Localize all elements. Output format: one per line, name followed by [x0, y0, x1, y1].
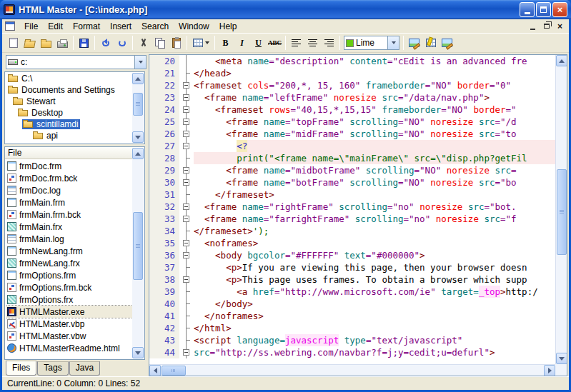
fold-margin[interactable] — [179, 213, 194, 225]
redo-button[interactable] — [114, 35, 130, 51]
fold-margin[interactable] — [179, 164, 194, 176]
code-text[interactable]: </frameset> — [194, 189, 555, 201]
code-text[interactable]: <frame name="rightFrame" scrolling="no" … — [194, 201, 555, 213]
code-text[interactable]: <script language=javascript type="text/j… — [194, 334, 555, 346]
file-list-item[interactable]: frmMain.log — [6, 233, 132, 245]
scroll-up-button[interactable] — [132, 73, 144, 84]
file-list-item[interactable]: frmMain.frx — [6, 221, 132, 233]
scrollbar-thumb[interactable] — [133, 93, 143, 116]
maximize-button[interactable] — [536, 2, 551, 17]
editor-vertical-scrollbar[interactable] — [555, 55, 567, 364]
code-text[interactable]: <frame name="botFrame" scrolling="NO" no… — [194, 176, 555, 189]
tree-item[interactable]: scintillamdi — [6, 119, 132, 130]
scroll-up-button[interactable] — [132, 148, 144, 159]
italic-button[interactable]: I — [234, 35, 250, 51]
fold-collapse-icon[interactable] — [183, 167, 189, 174]
fold-margin[interactable] — [179, 152, 194, 164]
code-line[interactable]: 33<frame name="farrightFrame" scrolling=… — [149, 213, 555, 225]
fold-margin[interactable] — [179, 298, 194, 310]
scroll-left-button[interactable] — [149, 365, 161, 376]
fold-margin[interactable] — [179, 189, 194, 201]
minimize-button[interactable] — [520, 2, 535, 17]
tree-item[interactable]: Stewart — [6, 96, 132, 107]
save-button[interactable] — [76, 35, 92, 51]
code-text[interactable]: <frameset cols="200,*, 15, 160" framebor… — [194, 79, 555, 91]
fold-margin[interactable] — [179, 261, 194, 273]
fold-margin[interactable] — [179, 104, 194, 116]
folder-button[interactable] — [38, 35, 54, 51]
menu-edit[interactable]: Edit — [43, 20, 68, 33]
code-text[interactable]: <p>This page uses frames. To obtain a br… — [194, 273, 555, 286]
fold-collapse-icon[interactable] — [183, 82, 189, 89]
fold-margin[interactable] — [179, 201, 194, 213]
underline-button[interactable]: U — [250, 35, 267, 51]
tree-item[interactable]: Desktop — [6, 107, 132, 119]
code-text[interactable]: <frame name="leftFrame" noresize src="/d… — [194, 91, 555, 104]
undo-button[interactable] — [97, 35, 114, 51]
code-area[interactable]: 20<meta name="description" content="cEdi… — [149, 55, 567, 364]
code-line[interactable]: 40</body> — [149, 298, 555, 310]
code-text[interactable]: <frame name="midbotFrame" scrolling="NO"… — [194, 164, 555, 176]
fold-collapse-icon[interactable] — [183, 94, 189, 101]
file-list-item[interactable]: frmDoc.log — [6, 184, 132, 196]
paste-button[interactable] — [168, 35, 184, 51]
code-line[interactable]: 29<frame name="midbotFrame" scrolling="N… — [149, 164, 555, 176]
code-text[interactable]: <frame name="topFrame" scrolling="NO" no… — [194, 116, 555, 128]
tree-item[interactable]: C:\ — [6, 73, 132, 84]
copy-button[interactable] — [152, 35, 168, 51]
scroll-down-button[interactable] — [556, 353, 567, 364]
tab-tags[interactable]: Tags — [37, 361, 68, 376]
code-text[interactable]: </html> — [194, 322, 555, 334]
file-list-item[interactable]: HTMLMaster.exe — [6, 306, 132, 318]
fold-margin[interactable] — [179, 286, 194, 298]
fold-collapse-icon[interactable] — [183, 276, 189, 283]
fold-collapse-icon[interactable] — [183, 252, 189, 258]
code-line[interactable]: 34</frameset>'); — [149, 225, 555, 237]
code-text[interactable]: <a href="http://www.microsoft.com/ie" ta… — [194, 286, 555, 298]
color-selector[interactable]: Lime — [344, 36, 399, 50]
code-text[interactable]: <frameset rows="40,15,*,15,15" framebord… — [194, 104, 555, 116]
scroll-up-button[interactable] — [556, 55, 567, 66]
fold-collapse-icon[interactable] — [183, 240, 189, 246]
code-text[interactable]: <frame name="midFrame" scrolling="NO" no… — [194, 128, 555, 140]
code-line[interactable]: 21</head> — [149, 67, 555, 79]
code-line[interactable]: 31</frameset> — [149, 189, 555, 201]
quick-table-button[interactable] — [422, 35, 439, 51]
code-text[interactable]: <noframes> — [194, 237, 555, 249]
code-line[interactable]: 24<frameset rows="40,15,*,15,15" framebo… — [149, 104, 555, 116]
file-list-item[interactable]: HTMLMasterReadme.html — [6, 342, 132, 354]
code-line[interactable]: 37<p>If you are viewing this page, then … — [149, 261, 555, 273]
tab-files[interactable]: Files — [6, 361, 36, 376]
close-button[interactable]: × — [552, 2, 567, 17]
scroll-down-button[interactable] — [132, 131, 144, 143]
code-line[interactable]: 25<frame name="topFrame" scrolling="NO" … — [149, 116, 555, 128]
fold-margin[interactable] — [179, 79, 194, 91]
menu-insert[interactable]: Insert — [105, 20, 136, 33]
file-list-item[interactable]: frmOptions.frx — [6, 293, 132, 306]
bold-button[interactable]: B — [217, 35, 234, 51]
code-text[interactable]: </noframes> — [194, 310, 555, 322]
fold-collapse-icon[interactable] — [183, 131, 189, 137]
fold-collapse-icon[interactable] — [183, 106, 189, 113]
fold-collapse-icon[interactable] — [183, 179, 189, 186]
scrollbar-thumb[interactable] — [557, 169, 567, 255]
fold-margin[interactable] — [179, 128, 194, 140]
menu-search[interactable]: Search — [136, 20, 174, 33]
menu-window[interactable]: Window — [174, 20, 214, 33]
drive-selector[interactable]: c: — [6, 55, 147, 69]
code-line[interactable]: 26<frame name="midFrame" scrolling="NO" … — [149, 128, 555, 140]
mdi-restore-button[interactable] — [540, 21, 552, 31]
fold-margin[interactable] — [179, 249, 194, 261]
tab-java[interactable]: Java — [69, 361, 100, 376]
code-line[interactable]: 30<frame name="botFrame" scrolling="NO" … — [149, 176, 555, 189]
color-dropdown-button[interactable] — [387, 36, 399, 49]
code-line[interactable]: 43<script language=javascript type="text… — [149, 334, 555, 346]
table-menu-button[interactable] — [189, 35, 212, 51]
fold-margin[interactable] — [179, 140, 194, 152]
mdi-document-icon[interactable] — [5, 21, 15, 31]
fold-collapse-icon[interactable] — [183, 216, 189, 222]
mdi-close-button[interactable]: × — [554, 21, 566, 31]
menu-file[interactable]: File — [19, 20, 43, 33]
edit-image-button[interactable] — [439, 35, 455, 51]
drive-dropdown-button[interactable] — [134, 56, 146, 69]
